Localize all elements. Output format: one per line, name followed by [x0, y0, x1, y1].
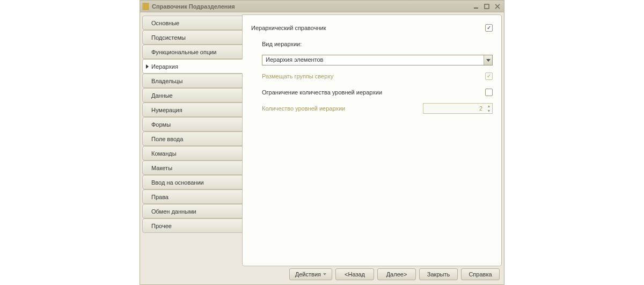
hierarchical-label: Иерархический справочник: [251, 25, 485, 31]
sidebar-item-label: Поле ввода: [151, 136, 183, 142]
sidebar-item-label: Макеты: [151, 165, 172, 171]
app-icon: [142, 3, 150, 10]
sidebar-item-label: Нумерация: [151, 107, 182, 113]
sidebar-item-label: Подсистемы: [151, 34, 186, 41]
sidebar-item-functional-options[interactable]: Функциональные опции: [142, 45, 243, 59]
levels-count-label: Количество уровней иерархии: [262, 105, 423, 112]
svg-rect-4: [485, 4, 489, 9]
content-panel: Иерархический справочник Вид иерархии: И…: [242, 14, 502, 266]
minimize-button[interactable]: [472, 3, 480, 10]
help-button[interactable]: Справка: [461, 268, 500, 280]
sidebar-item-input-field[interactable]: Поле ввода: [142, 131, 243, 146]
sidebar-item-numbering[interactable]: Нумерация: [142, 103, 243, 117]
dropdown-icon: [484, 55, 492, 65]
sidebar-item-label: Обмен данными: [151, 208, 196, 215]
hierarchical-checkbox[interactable]: [485, 24, 493, 32]
sidebar-item-label: Основные: [151, 20, 179, 26]
sidebar-item-other[interactable]: Прочее: [142, 218, 243, 233]
svg-rect-3: [474, 8, 478, 9]
svg-rect-1: [145, 3, 147, 10]
sidebar-item-label: Права: [151, 194, 169, 200]
svg-rect-2: [147, 3, 149, 10]
levels-count-spinner: 2 ▲ ▼: [423, 103, 493, 114]
back-label: <Назад: [345, 271, 365, 277]
row-hierarchy-type-label: Вид иерархии:: [251, 39, 493, 49]
close-dialog-button[interactable]: Закрыть: [419, 268, 458, 280]
chevron-down-icon: [323, 273, 326, 275]
close-button[interactable]: [493, 3, 502, 10]
sidebar-item-owners[interactable]: Владельцы: [142, 74, 243, 88]
sidebar-item-data-exchange[interactable]: Обмен данными: [142, 204, 243, 218]
levels-count-value: 2: [423, 105, 486, 112]
row-limit-levels: Ограничение количества уровней иерархии: [251, 87, 493, 98]
sidebar-item-label: Прочее: [151, 223, 172, 229]
footer: Действия <Назад Далее> Закрыть Справка: [140, 266, 504, 284]
groups-on-top-checkbox: [485, 72, 493, 80]
next-button[interactable]: Далее>: [377, 268, 416, 280]
svg-rect-0: [143, 3, 144, 10]
sidebar-item-commands[interactable]: Команды: [142, 146, 243, 160]
sidebar-item-forms[interactable]: Формы: [142, 117, 243, 131]
sidebar-item-label: Владельцы: [151, 78, 182, 84]
actions-label: Действия: [295, 271, 321, 277]
back-button[interactable]: <Назад: [335, 268, 374, 280]
sidebar-item-label: Команды: [151, 150, 177, 157]
sidebar-item-main[interactable]: Основные: [142, 16, 243, 30]
limit-levels-label: Ограничение количества уровней иерархии: [262, 89, 485, 96]
sidebar-item-data[interactable]: Данные: [142, 88, 243, 103]
sidebar-item-label: Функциональные опции: [151, 49, 216, 55]
sidebar-item-input-on-basis[interactable]: Ввод на основании: [142, 175, 243, 189]
close-label: Закрыть: [427, 271, 450, 277]
titlebar: Справочник Подразделения: [140, 1, 504, 12]
row-hierarchy-type-select: Иерархия элементов: [251, 55, 493, 65]
window-title: Справочник Подразделения: [152, 3, 235, 10]
groups-on-top-label: Размещать группы сверху: [262, 73, 485, 79]
sidebar-item-hierarchy[interactable]: Иерархия: [142, 59, 243, 74]
sidebar-item-label: Данные: [151, 92, 173, 99]
active-marker-icon: [146, 64, 149, 69]
maximize-button[interactable]: [482, 3, 491, 10]
row-groups-on-top: Размещать группы сверху: [251, 71, 493, 82]
actions-button[interactable]: Действия: [289, 268, 332, 280]
spinner-down-icon: ▼: [486, 108, 492, 113]
sidebar: Основные Подсистемы Функциональные опции…: [142, 14, 242, 266]
body: Основные Подсистемы Функциональные опции…: [140, 12, 504, 266]
next-label: Далее>: [386, 271, 407, 277]
spinner-up-icon: ▲: [486, 104, 492, 108]
hierarchy-type-select[interactable]: Иерархия элементов: [262, 55, 493, 65]
sidebar-item-templates[interactable]: Макеты: [142, 160, 243, 175]
sidebar-item-label: Иерархия: [151, 63, 178, 70]
sidebar-item-label: Формы: [151, 121, 171, 128]
sidebar-item-rights[interactable]: Права: [142, 189, 243, 204]
limit-levels-checkbox[interactable]: [485, 89, 493, 96]
help-label: Справка: [469, 271, 492, 277]
sidebar-item-subsystems[interactable]: Подсистемы: [142, 30, 243, 45]
hierarchy-type-label: Вид иерархии:: [262, 41, 493, 47]
dialog-window: Справочник Подразделения Основные Подсис…: [140, 0, 504, 285]
row-levels-count: Количество уровней иерархии 2 ▲ ▼: [251, 103, 493, 114]
row-hierarchical: Иерархический справочник: [251, 23, 493, 33]
hierarchy-type-value: Иерархия элементов: [262, 55, 484, 65]
sidebar-item-label: Ввод на основании: [151, 179, 204, 186]
